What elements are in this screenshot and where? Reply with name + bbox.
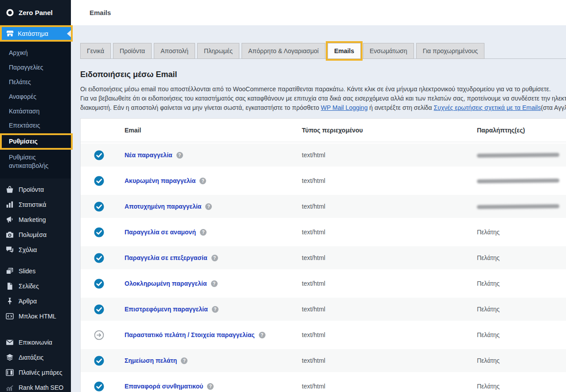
enabled-check-icon[interactable] (94, 304, 104, 314)
email-name-link[interactable]: Ακυρωμένη παραγγελία (125, 177, 195, 184)
enabled-check-icon[interactable] (94, 150, 104, 160)
sidebar-item-rank-math-seo[interactable]: Rank Math SEO (0, 380, 71, 392)
sidebar-subitem-status[interactable]: Κατάσταση (0, 104, 71, 119)
table-row-new-order: Νέα παραγγελία?text/html (81, 142, 566, 168)
layouts-icon (6, 353, 14, 361)
sidebar-item-contact[interactable]: Επικοινωνία (0, 335, 71, 350)
help-icon[interactable]: ? (212, 306, 219, 313)
brand-label: Zero Panel (19, 9, 53, 16)
settings-tabs: ΓενικάΠροϊόνταΑποστολήΠληρωμέςΑπόρρητο &… (80, 43, 566, 59)
table-header-row: Email Τύπος περιεχομένου Παραλήπτης(ες) (81, 119, 566, 142)
pages-icon (6, 282, 14, 290)
sidebar-item-label: Επικοινωνία (19, 339, 52, 346)
enabled-check-icon[interactable] (94, 253, 104, 263)
enabled-check-icon[interactable] (94, 227, 104, 237)
tab-advanced[interactable]: Για προχωρημένους (416, 43, 484, 59)
table-row-processing-order: Παραγγελία σε επεξεργασία?text/htmlΠελάτ… (81, 245, 566, 271)
content-type-value: text/html (302, 177, 477, 184)
table-row-failed-order: Αποτυχημένη παραγγελία?text/html (81, 194, 566, 219)
redacted-recipient (477, 204, 559, 209)
enabled-check-icon[interactable] (94, 381, 104, 392)
table-row-order-on-hold: Παραγγελία σε αναμονή?text/htmlΠελάτης (81, 219, 566, 245)
sidebar-item-posts[interactable]: Άρθρα (0, 294, 71, 309)
sidebar-subitem-orders[interactable]: Παραγγελίες (0, 60, 71, 75)
tab-shipping[interactable]: Αποστολή (154, 43, 195, 59)
email-name-cell: Ολοκληρωμένη παραγγελία? (125, 280, 302, 287)
sidebar-item-html-block[interactable]: Μπλοκ HTML (0, 309, 71, 324)
sidebar-item-slides[interactable]: Slides (0, 264, 71, 279)
enabled-check-icon[interactable] (94, 356, 104, 366)
sidebar-item-products[interactable]: Προϊόντα (0, 182, 71, 197)
email-name-cell: Παραστατικό πελάτη / Στοιχεία παραγγελία… (125, 331, 302, 338)
sidebar-subitem-reports[interactable]: Αναφορές (0, 89, 71, 104)
help-icon[interactable]: ? (211, 280, 218, 287)
enabled-check-icon[interactable] (94, 176, 104, 186)
wp-mail-logging-link[interactable]: WP Mail Logging (321, 104, 368, 111)
sidebar-item-sidebars[interactable]: Πλαϊνές μπάρες (0, 365, 71, 380)
tab-payments[interactable]: Πληρωμές (197, 43, 239, 59)
sidebar-subitem-settings[interactable]: Ρυθμίσεις (0, 133, 73, 150)
status-cell (81, 176, 125, 186)
brand[interactable]: Zero Panel (0, 0, 71, 25)
sidebar-subitem-customers[interactable]: Πελάτες (0, 75, 71, 89)
enabled-check-icon[interactable] (94, 202, 104, 212)
help-icon[interactable]: ? (199, 178, 206, 184)
help-icon[interactable]: ? (211, 255, 218, 261)
sidebar-subitem-extensions[interactable]: Επεκτάσεις (0, 118, 71, 133)
tab-products[interactable]: Προϊόντα (113, 43, 152, 59)
status-cell (81, 253, 125, 263)
sidebar-item-label: Slides (19, 268, 35, 275)
sidebar-item-media[interactable]: Πολυμέσα (0, 227, 71, 242)
sidebar-item-analytics[interactable]: Στατιστικά (0, 197, 71, 212)
ring-logo-icon (6, 8, 14, 17)
email-name-link[interactable]: Ολοκληρωμένη παραγγελία (125, 280, 207, 287)
help-icon[interactable]: ? (259, 332, 265, 338)
help-icon[interactable]: ? (181, 357, 187, 364)
sidebar-item-pages[interactable]: Σελίδες (0, 279, 71, 294)
tab-general[interactable]: Γενικά (80, 43, 111, 59)
rank-math-icon (6, 384, 14, 392)
recipient-value: Πελάτης (477, 357, 566, 364)
manual-send-icon[interactable] (94, 330, 104, 340)
help-icon[interactable]: ? (200, 229, 207, 236)
description-line-3: διακομιστή. Εάν η αποστολή φαίνεται να μ… (80, 103, 566, 113)
sidebar-menu-group-1: ΠροϊόνταΣτατιστικάMarketingΠολυμέσαΣχόλι… (0, 182, 71, 257)
email-name-link[interactable]: Παραγγελία σε αναμονή (125, 229, 196, 236)
help-icon[interactable]: ? (176, 152, 183, 159)
sidebar-item-marketing[interactable]: Marketing (0, 212, 71, 227)
email-name-link[interactable]: Επαναφορά συνθηματικού (125, 383, 203, 390)
email-name-link[interactable]: Σημείωση πελάτη (125, 357, 177, 364)
store-submenu: ΑρχικήΠαραγγελίεςΠελάτεςΑναφορέςΚατάστασ… (0, 42, 71, 179)
recipient-value: Πελάτης (477, 254, 566, 261)
section-heading: Ειδοποιήσεις μέσω Email (80, 70, 566, 79)
email-faq-link[interactable]: Συχνές ερωτήσεις σχετικά με τα Emails (434, 104, 541, 111)
sidebar-item-comments[interactable]: Σχόλια (0, 242, 71, 257)
table-row-cancelled-order: Ακυρωμένη παραγγελία?text/html (81, 168, 566, 194)
sidebar-subitem-home[interactable]: Αρχική (0, 46, 71, 60)
help-icon[interactable]: ? (207, 383, 214, 390)
section-description: Οι ειδοποιήσεις μέσω email που αποστέλλο… (80, 85, 566, 113)
email-name-link[interactable]: Παραγγελία σε επεξεργασία (125, 254, 207, 261)
sidebar-item-label: Πολυμέσα (19, 231, 47, 238)
status-cell (81, 202, 125, 212)
sidebar-item-store[interactable]: Κατάστημα (0, 25, 73, 42)
enabled-check-icon[interactable] (94, 279, 104, 289)
content-type-value: text/html (302, 229, 477, 236)
email-name-link[interactable]: Νέα παραγγελία (125, 151, 172, 159)
sidebar-subitem-cod-settings[interactable]: Ρυθμίσεις αντικαταβολής (0, 150, 71, 173)
recipient-value: Πελάτης (477, 280, 566, 287)
email-name-link[interactable]: Αποτυχημένη παραγγελία (125, 203, 201, 210)
email-name-cell: Αποτυχημένη παραγγελία? (125, 203, 302, 210)
email-name-link[interactable]: Επιστρεφόμενη παραγγελία (125, 306, 208, 313)
sidebar-item-label: Άρθρα (19, 298, 37, 305)
email-name-link[interactable]: Παραστατικό πελάτη / Στοιχεία παραγγελία… (125, 331, 255, 338)
tab-privacy-accounts[interactable]: Απόρρητο & Λογαριασμοί (242, 43, 325, 59)
tab-integration[interactable]: Ενσωμάτωση (363, 43, 414, 59)
description-line-3-post: (στα Αγγλικά). (541, 104, 566, 111)
help-icon[interactable]: ? (205, 203, 212, 210)
status-cell (81, 150, 125, 160)
page-header-bar: Emails (71, 0, 566, 25)
tab-emails[interactable]: Emails (328, 43, 361, 59)
description-line-2: Για να βεβαιωθείτε ότι οι ειδοποιήσεις τ… (80, 94, 566, 103)
sidebar-item-layouts[interactable]: Διατάξεις (0, 350, 71, 365)
